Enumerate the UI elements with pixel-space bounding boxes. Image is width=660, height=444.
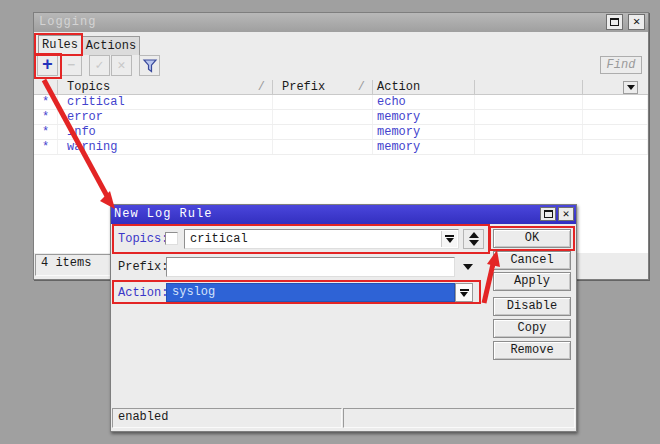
items-count: 4 items: [35, 254, 115, 276]
sort-indicator-topics: /: [258, 80, 265, 94]
topics-input-value: critical: [190, 232, 248, 246]
column-header-end: [583, 80, 648, 94]
row-prefix: [273, 125, 373, 139]
minus-icon: −: [68, 59, 76, 72]
cancel-button[interactable]: Cancel: [493, 251, 571, 270]
column-select-button[interactable]: [623, 81, 638, 94]
ok-button-label: OK: [525, 231, 539, 245]
row-prefix: [273, 140, 373, 154]
column-header-action[interactable]: Action: [373, 80, 475, 94]
topics-dropdown-button[interactable]: [441, 231, 457, 247]
check-icon: ✓: [96, 59, 104, 72]
plus-icon: +: [42, 56, 53, 74]
tab-rules-label: Rules: [42, 38, 78, 52]
row-prefix: [273, 95, 373, 109]
status-spare-cell: [343, 408, 575, 428]
maximize-icon: [610, 18, 619, 26]
row-action: memory: [373, 140, 475, 154]
action-dropdown-button[interactable]: [455, 283, 473, 302]
dialog-maximize-button[interactable]: [540, 207, 556, 221]
enable-rule-button[interactable]: ✓: [89, 55, 110, 76]
column-header-flags[interactable]: [34, 80, 58, 94]
copy-button[interactable]: Copy: [493, 319, 571, 338]
chevron-down-icon: [460, 292, 468, 297]
row-action: memory: [373, 110, 475, 124]
dialog-titlebar[interactable]: New Log Rule ✕: [111, 205, 576, 224]
cross-icon: ✕: [118, 59, 126, 72]
row-topics: critical: [58, 95, 273, 109]
table-row[interactable]: * info memory: [34, 125, 648, 140]
table-header: Topics / Prefix / Action: [34, 80, 648, 95]
close-icon: ✕: [563, 209, 570, 220]
new-log-rule-dialog: New Log Rule ✕ Topics: critical Prefix:: [110, 204, 577, 432]
topics-add-remove-stepper[interactable]: [463, 229, 484, 249]
apply-button[interactable]: Apply: [493, 272, 571, 291]
dropdown-bar-icon: [445, 235, 454, 237]
add-rule-button[interactable]: +: [37, 55, 58, 76]
filter-button[interactable]: [139, 55, 160, 76]
action-label: Action:: [118, 286, 168, 300]
table-row[interactable]: * critical echo: [34, 95, 648, 110]
column-header-topics-label: Topics: [67, 80, 110, 94]
tab-rules[interactable]: Rules: [38, 35, 82, 55]
chevron-up-icon: [469, 232, 479, 238]
row-flag: *: [34, 95, 58, 109]
remove-button-label: Remove: [510, 343, 553, 357]
remove-rule-button[interactable]: −: [61, 55, 82, 76]
row-flag: *: [34, 110, 58, 124]
prefix-dropdown-button[interactable]: [463, 264, 473, 270]
column-header-action-label: Action: [377, 80, 420, 94]
screenshot-root: Logging ✕ Rules Actions + − ✓ ✕: [0, 0, 660, 444]
chevron-down-icon: [627, 85, 635, 90]
row-action: echo: [373, 95, 475, 109]
column-header-prefix[interactable]: Prefix /: [273, 80, 373, 94]
logging-titlebar[interactable]: Logging ✕: [34, 13, 648, 32]
column-header-topics[interactable]: Topics /: [58, 80, 273, 94]
row-flag: *: [34, 125, 58, 139]
disable-button[interactable]: Disable: [493, 297, 571, 316]
find-button-label: Find: [607, 58, 636, 72]
logging-close-button[interactable]: ✕: [628, 14, 645, 30]
table-row[interactable]: * error memory: [34, 110, 648, 125]
items-count-label: 4 items: [41, 256, 91, 270]
disable-rule-button[interactable]: ✕: [111, 55, 132, 76]
sort-indicator-prefix: /: [358, 80, 365, 94]
prefix-input[interactable]: [166, 257, 455, 277]
remove-button[interactable]: Remove: [493, 341, 571, 360]
table-row[interactable]: * warning memory: [34, 140, 648, 155]
rule-status: enabled: [112, 408, 342, 428]
cancel-button-label: Cancel: [510, 253, 553, 267]
row-topics: info: [58, 125, 273, 139]
dialog-close-button[interactable]: ✕: [558, 207, 574, 221]
chevron-down-icon: [446, 238, 454, 243]
ok-button[interactable]: OK: [493, 229, 571, 248]
chevron-down-icon: [469, 240, 479, 246]
logging-maximize-button[interactable]: [606, 14, 623, 30]
tab-actions[interactable]: Actions: [82, 36, 140, 55]
column-header-spare: [475, 80, 583, 94]
prefix-label: Prefix:: [118, 260, 168, 274]
copy-button-label: Copy: [518, 321, 547, 335]
topics-input[interactable]: critical: [184, 229, 459, 249]
dialog-title: New Log Rule: [114, 207, 212, 221]
close-icon: ✕: [633, 16, 640, 28]
row-prefix: [273, 110, 373, 124]
tab-actions-label: Actions: [86, 39, 136, 53]
find-button[interactable]: Find: [600, 56, 642, 74]
topics-not-checkbox[interactable]: [165, 232, 178, 245]
action-combobox-value: syslog: [172, 285, 215, 299]
topics-label: Topics:: [118, 232, 168, 246]
row-topics: error: [58, 110, 273, 124]
logging-window-title: Logging: [39, 15, 96, 29]
disable-button-label: Disable: [507, 299, 557, 313]
action-combobox[interactable]: syslog: [166, 283, 455, 302]
row-action: memory: [373, 125, 475, 139]
column-header-prefix-label: Prefix: [282, 80, 325, 94]
row-topics: warning: [58, 140, 273, 154]
maximize-icon: [544, 210, 553, 218]
row-flag: *: [34, 140, 58, 154]
dropdown-bar-icon: [460, 289, 469, 291]
apply-button-label: Apply: [514, 274, 550, 288]
funnel-icon: [142, 58, 158, 74]
rule-status-label: enabled: [118, 410, 168, 424]
